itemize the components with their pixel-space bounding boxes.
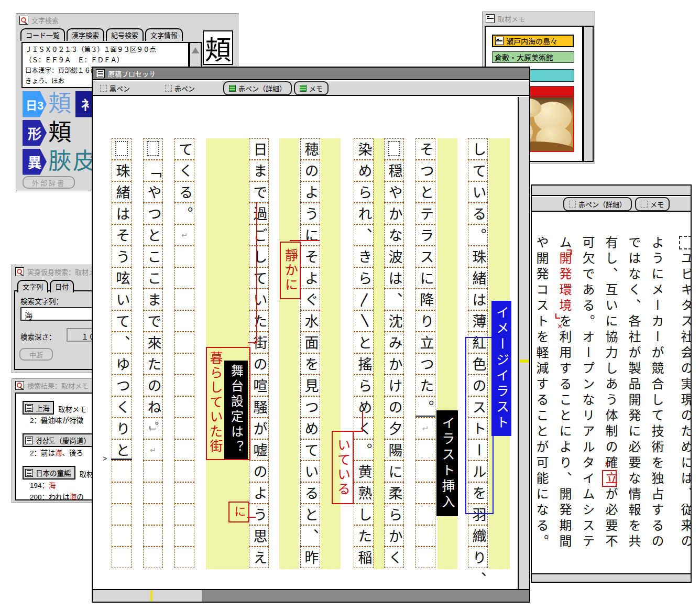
editor-hscrollbar[interactable] bbox=[93, 589, 529, 602]
grid-cell[interactable]: 熟 bbox=[354, 482, 374, 504]
text-column[interactable]: 穏やかな波は、沈みかけの夕陽に柔らかく bbox=[384, 138, 404, 568]
grid-cell[interactable]: つ bbox=[415, 353, 435, 375]
tab-文字列[interactable]: 文字列 bbox=[17, 280, 48, 292]
grid-cell[interactable]: と bbox=[354, 332, 374, 353]
grid-cell[interactable]: ↵ bbox=[415, 418, 435, 439]
grid-cell[interactable]: よ bbox=[300, 267, 320, 289]
grid-cell[interactable]: つ bbox=[300, 396, 320, 418]
grid-cell[interactable]: と bbox=[143, 224, 163, 246]
grid-cell[interactable]: 穂 bbox=[300, 138, 320, 160]
grid-cell[interactable]: つ bbox=[112, 375, 132, 396]
candidate-tag[interactable]: 形 bbox=[23, 120, 47, 146]
grid-cell[interactable]: ス bbox=[415, 246, 435, 267]
external-dict-button[interactable]: 外部辞書 bbox=[23, 176, 75, 189]
grid-cell[interactable]: と bbox=[300, 504, 320, 525]
grid-cell[interactable] bbox=[112, 547, 132, 568]
grid-cell[interactable] bbox=[384, 138, 404, 160]
grid-cell[interactable]: つ bbox=[143, 203, 163, 224]
grid-cell[interactable] bbox=[174, 246, 194, 267]
grid-cell[interactable]: 、 bbox=[300, 525, 320, 547]
grid-cell[interactable]: 染 bbox=[354, 138, 374, 160]
grid-cell[interactable]: そ bbox=[415, 138, 435, 160]
grid-cell[interactable]: 立 bbox=[415, 332, 435, 353]
grid-cell[interactable]: の bbox=[249, 353, 269, 375]
grid-cell[interactable] bbox=[415, 525, 435, 547]
redpen-insert-ni[interactable]: に bbox=[228, 502, 249, 522]
grid-cell[interactable]: い bbox=[300, 461, 320, 482]
grid-cell[interactable]: そ bbox=[300, 246, 320, 267]
grid-cell[interactable]: 稲 bbox=[354, 547, 374, 568]
grid-cell[interactable]: た bbox=[143, 353, 163, 375]
grid-cell[interactable]: 陽 bbox=[384, 439, 404, 461]
grid-cell[interactable]: は bbox=[384, 267, 404, 289]
grid-cell[interactable]: ら bbox=[354, 375, 374, 396]
text-column[interactable]: 穂のようにそよぐ水面を見つめていると、昨 bbox=[300, 138, 320, 568]
memo-item[interactable]: 瀬戸内海の島々 bbox=[492, 35, 574, 47]
grid-cell[interactable] bbox=[112, 525, 132, 547]
grid-cell[interactable] bbox=[143, 482, 163, 504]
toolbar-button-赤ペン（詳細）[interactable]: 赤ペン（詳細） bbox=[223, 81, 292, 95]
grid-cell[interactable] bbox=[174, 547, 194, 568]
candidate-tag[interactable]: 日3 bbox=[23, 91, 47, 117]
grid-cell[interactable]: 。 bbox=[354, 439, 374, 461]
candidate-char[interactable]: 脥 bbox=[48, 150, 71, 173]
grid-cell[interactable]: の bbox=[143, 375, 163, 396]
grid-cell[interactable]: そ bbox=[112, 224, 132, 246]
grid-cell[interactable]: め bbox=[354, 160, 374, 181]
grid-cell[interactable]: 騒 bbox=[249, 396, 269, 418]
grid-cell[interactable]: 夕 bbox=[384, 418, 404, 439]
grid-cell[interactable] bbox=[112, 461, 132, 482]
grid-cell[interactable]: み bbox=[384, 332, 404, 353]
grid-cell[interactable]: 日 bbox=[249, 138, 269, 160]
grid-cell[interactable]: ↵ bbox=[174, 224, 194, 246]
grid-cell[interactable]: か bbox=[384, 353, 404, 375]
grid-cell[interactable]: い bbox=[249, 289, 269, 310]
grid-cell[interactable]: 穏 bbox=[384, 160, 404, 181]
grid-cell[interactable]: た bbox=[249, 310, 269, 332]
grid-cell[interactable]: で bbox=[249, 181, 269, 203]
result-item-label[interactable]: 上海 bbox=[23, 401, 54, 415]
redpen-insert-quietly[interactable]: 靜かに bbox=[280, 242, 301, 299]
grid-cell[interactable]: に bbox=[384, 461, 404, 482]
grid-cell[interactable] bbox=[112, 138, 132, 160]
grid-cell[interactable]: 織 bbox=[468, 525, 488, 547]
grid-cell[interactable]: 。 bbox=[468, 224, 488, 246]
grid-cell[interactable]: こ bbox=[143, 246, 163, 267]
candidate-char[interactable]: 頬 bbox=[48, 93, 71, 116]
preview-document[interactable]: × × ユビキタス社会の実現のためには、従来のようにメーカーが競合して技術を独占… bbox=[532, 186, 691, 573]
grid-cell[interactable]: 黄 bbox=[354, 461, 374, 482]
grid-cell[interactable] bbox=[174, 267, 194, 289]
grid-cell[interactable]: り bbox=[468, 547, 488, 568]
grid-cell[interactable] bbox=[174, 310, 194, 332]
candidate-char[interactable]: 頬 bbox=[48, 122, 71, 145]
text-column[interactable]: そつとテラスに降り立つた。↵ bbox=[415, 138, 435, 568]
grid-cell[interactable]: し bbox=[354, 504, 374, 525]
grid-cell[interactable]: 、 bbox=[354, 224, 374, 246]
grid-cell[interactable]: く bbox=[384, 547, 404, 568]
grid-cell[interactable]: け bbox=[384, 375, 404, 396]
grid-cell[interactable]: 。 bbox=[174, 203, 194, 224]
scroll-up-icon[interactable] bbox=[192, 47, 199, 53]
grid-cell[interactable]: の bbox=[384, 396, 404, 418]
grid-cell[interactable]: 面 bbox=[300, 332, 320, 353]
grid-cell[interactable] bbox=[174, 418, 194, 439]
grid-cell[interactable]: う bbox=[300, 203, 320, 224]
grid-cell[interactable]: ら bbox=[384, 504, 404, 525]
grid-cell[interactable]: れ bbox=[354, 203, 374, 224]
grid-cell[interactable]: を bbox=[300, 353, 320, 375]
memo-item[interactable]: 倉敷・大原美術館 bbox=[492, 51, 574, 63]
editor-vscrollbar[interactable] bbox=[518, 97, 529, 589]
grid-cell[interactable]: よ bbox=[300, 181, 320, 203]
tab-記号検索[interactable]: 記号検索 bbox=[106, 28, 144, 41]
grid-cell[interactable] bbox=[143, 504, 163, 525]
abort-button[interactable]: 中断 bbox=[19, 348, 53, 361]
grid-cell[interactable]: 珠 bbox=[112, 160, 132, 181]
grid-cell[interactable]: り bbox=[415, 310, 435, 332]
grid-cell[interactable]: え bbox=[249, 547, 269, 568]
grid-cell[interactable]: し bbox=[468, 138, 488, 160]
grid-cell[interactable]: な bbox=[384, 224, 404, 246]
grid-cell[interactable] bbox=[174, 375, 194, 396]
grid-cell[interactable]: や bbox=[143, 181, 163, 203]
hscroll-marker[interactable] bbox=[150, 590, 152, 602]
grid-cell[interactable]: た bbox=[415, 375, 435, 396]
